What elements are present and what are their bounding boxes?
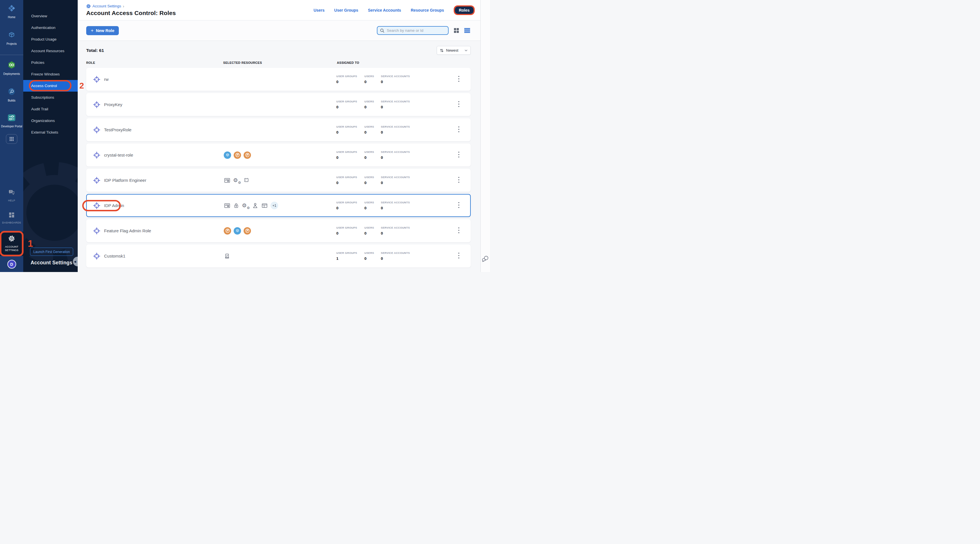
sidebar-item-overview[interactable]: Overview <box>23 10 78 22</box>
rail-item-dashboards[interactable]: DASHBOARDS <box>0 210 23 226</box>
kebab-menu-button[interactable] <box>456 250 461 261</box>
sidebar-item-organizations[interactable]: Organizations <box>23 115 78 127</box>
template-icon <box>243 177 250 183</box>
feature-flag-icon <box>224 227 231 235</box>
search-input[interactable] <box>387 29 445 33</box>
sort-dropdown[interactable]: Newest <box>437 46 471 55</box>
roles-list-section: Total: 61 Newest ROLE SELECTED RES <box>78 46 480 267</box>
launch-first-generation-button[interactable]: Launch First Generation <box>30 248 73 256</box>
service-accounts-label: SERVICE ACCOUNTS <box>381 251 410 255</box>
user-groups-label: USER GROUPS <box>336 75 364 78</box>
breadcrumb-gear-icon <box>86 4 91 8</box>
sort-arrows-icon <box>440 48 444 52</box>
rail-item-account-settings[interactable]: ACCOUNT SETTINGS <box>0 232 23 256</box>
role-row[interactable]: Customsk1 USER GROUPS1 USERS0 SERVICE AC… <box>86 245 471 267</box>
role-name[interactable]: Customsk1 <box>104 254 125 258</box>
rail-divider <box>0 55 23 55</box>
roles-list: rw USER GROUPS0 USERS0 SERVICE ACCOUNTS0… <box>86 68 471 267</box>
kebab-menu-button[interactable] <box>456 99 461 110</box>
role-row[interactable]: rw USER GROUPS0 USERS0 SERVICE ACCOUNTS0 <box>86 68 471 91</box>
package-icon <box>234 227 241 235</box>
sidebar-item-product-usage[interactable]: Product Usage <box>23 33 78 45</box>
sidebar-item-account-resources[interactable]: Account Resources <box>23 45 78 57</box>
role-name[interactable]: TestProxyRole <box>104 127 132 132</box>
tab-user-groups[interactable]: User Groups <box>334 8 358 13</box>
rail-item-label: Developer Portal <box>1 125 22 129</box>
person-icon <box>252 202 259 209</box>
rail-item-label: HELP <box>8 199 15 202</box>
sidebar-item-audit-trail[interactable]: Audit Trail <box>23 103 78 115</box>
kebab-menu-button[interactable] <box>456 200 461 211</box>
service-accounts-count: 0 <box>381 206 410 210</box>
role-name[interactable]: crystal-test-role <box>104 153 133 157</box>
sidebar-item-freeze-windows[interactable]: Freeze Windows <box>23 68 78 80</box>
rail-item-deployments[interactable]: Deployments <box>0 59 23 78</box>
role-name[interactable]: Feature Flag Admin Role <box>104 228 151 233</box>
assigned-to: USER GROUPS1 USERS0 SERVICE ACCOUNTS0 <box>336 251 447 261</box>
kebab-menu-button[interactable] <box>456 150 461 161</box>
sidebar-item-access-control[interactable]: Access Control <box>23 80 78 92</box>
role-name[interactable]: ProxyKey <box>104 102 122 107</box>
apps-grid-icon[interactable] <box>6 134 17 144</box>
user-avatar[interactable]: D <box>7 260 16 269</box>
kebab-menu-button[interactable] <box>456 225 461 236</box>
rail-item-projects[interactable]: Projects <box>0 30 23 48</box>
users-count: 0 <box>364 130 381 134</box>
overflow-count-badge[interactable]: +1 <box>270 202 278 209</box>
role-row[interactable]: crystal-test-role USER GROUPS0 USERS0 SE… <box>86 143 471 167</box>
support-chat-icon[interactable] <box>482 255 489 264</box>
service-accounts-count: 0 <box>381 231 410 235</box>
builds-circle-icon <box>7 87 16 97</box>
tab-roles[interactable]: Roles <box>455 6 474 14</box>
kebab-menu-button[interactable] <box>456 124 461 135</box>
new-role-button[interactable]: + New Role <box>86 26 119 35</box>
scrollbar-gutter[interactable] <box>480 0 490 272</box>
list-view-icon[interactable] <box>464 28 470 33</box>
sidebar-item-label: Account Resources <box>31 49 64 53</box>
list-column-headers: ROLE SELECTED RESOURCES ASSIGNED TO <box>86 61 471 64</box>
service-accounts-count: 0 <box>381 181 410 185</box>
role-crosshair-icon <box>93 76 100 83</box>
certificate-icon <box>224 202 231 209</box>
role-name[interactable]: IDP Platform Engineer <box>104 178 146 183</box>
rail-item-home[interactable]: Home <box>0 2 23 21</box>
sidebar-item-policies[interactable]: Policies <box>23 57 78 68</box>
rail-item-label: Projects <box>6 42 17 46</box>
annotation-ring-account-settings <box>0 231 24 256</box>
header-tabs: UsersUser GroupsService AccountsResource… <box>313 5 475 15</box>
deployments-hexagon-icon <box>7 61 16 70</box>
grid-view-icon[interactable] <box>454 28 459 33</box>
checklist-icon <box>224 253 230 259</box>
service-accounts-count: 0 <box>381 130 410 134</box>
sidebar-item-subscriptions[interactable]: Subscriptions <box>23 92 78 103</box>
sidebar-item-label: Audit Trail <box>31 107 48 111</box>
users-label: USERS <box>364 75 381 78</box>
role-row[interactable]: ProxyKey USER GROUPS0 USERS0 SERVICE ACC… <box>86 93 471 116</box>
rail-item-label: Deployments <box>3 72 20 76</box>
dashboards-grid-icon <box>8 212 15 219</box>
tab-users[interactable]: Users <box>313 8 325 13</box>
role-name[interactable]: IDP Admin <box>104 203 124 208</box>
role-row[interactable]: TestProxyRole USER GROUPS0 USERS0 SERVIC… <box>86 118 471 141</box>
tab-service-accounts[interactable]: Service Accounts <box>368 8 401 13</box>
sidebar-item-authentication[interactable]: Authentication <box>23 22 78 33</box>
search-icon <box>380 29 385 33</box>
layout-icon <box>261 202 268 209</box>
tab-resource-groups[interactable]: Resource Groups <box>410 8 444 13</box>
role-row[interactable]: IDP Admin ⚙⚙+1 USER GROUPS0 USERS0 SERVI… <box>86 194 471 217</box>
role-row[interactable]: IDP Platform Engineer ⚙⚙ USER GROUPS0 US… <box>86 169 471 192</box>
sidebar-item-external-tickets[interactable]: External Tickets <box>23 127 78 138</box>
page-title: Account Access Control: Roles <box>86 10 176 16</box>
rail-item-builds[interactable]: Builds <box>0 86 23 104</box>
gears-icon: ⚙⚙ <box>242 203 249 208</box>
breadcrumb-account-settings-link[interactable]: Account Settings <box>92 4 121 8</box>
rail-item-developer-portal[interactable]: Developer Portal <box>0 112 23 130</box>
kebab-menu-button[interactable] <box>456 74 461 85</box>
kebab-menu-button[interactable] <box>456 175 461 186</box>
role-row[interactable]: Feature Flag Admin Role USER GROUPS0 USE… <box>86 219 471 242</box>
role-name[interactable]: rw <box>104 77 108 82</box>
rail-item-help[interactable]: ? HELP <box>0 188 23 204</box>
users-count: 0 <box>364 206 381 210</box>
rail-item-label: DASHBOARDS <box>2 221 21 224</box>
sidebar-item-label: Access Control <box>31 84 57 88</box>
